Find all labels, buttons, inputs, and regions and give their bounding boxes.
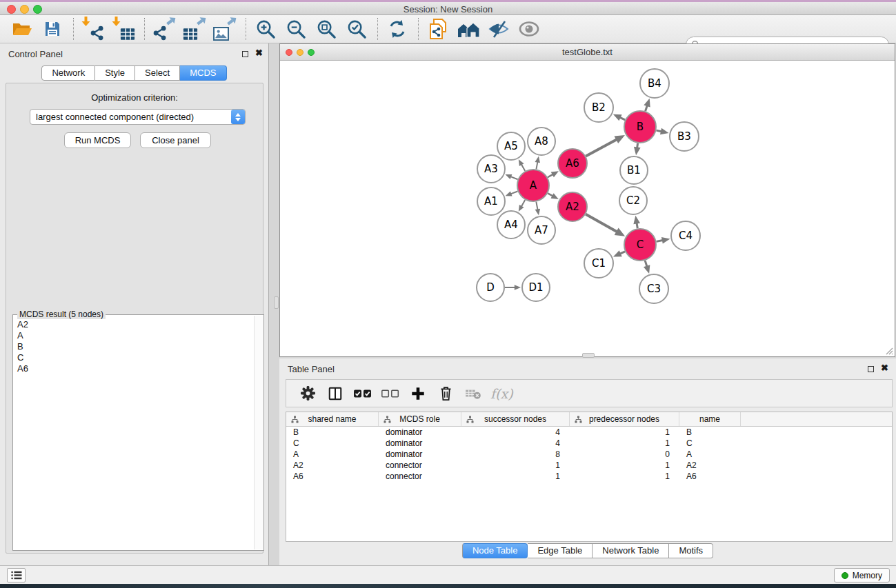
network-edge[interactable] — [536, 162, 537, 170]
cell-shared-name[interactable]: C — [286, 438, 379, 449]
export-image-icon[interactable] — [212, 17, 237, 41]
resize-grip-icon[interactable] — [885, 347, 893, 355]
run-mcds-button[interactable]: Run MCDS — [64, 132, 131, 148]
cell-mcds-role[interactable]: dominator — [379, 438, 461, 449]
column-header-predecessor-nodes[interactable]: predecessor nodes — [570, 412, 679, 426]
cell-mcds-role[interactable]: dominator — [379, 427, 461, 438]
network-edge[interactable] — [548, 193, 552, 196]
tab-node-table[interactable]: Node Table — [462, 543, 528, 558]
network-edge[interactable] — [586, 139, 617, 156]
eye-slash-icon[interactable] — [486, 17, 511, 41]
cell-name[interactable]: A2 — [679, 460, 741, 471]
result-item[interactable]: A2 — [17, 319, 250, 330]
network-edge[interactable] — [521, 200, 525, 207]
splitter-grip-horizontal[interactable] — [582, 353, 595, 358]
network-edge[interactable] — [620, 117, 626, 120]
cell-shared-name[interactable]: A2 — [286, 460, 379, 471]
close-table-panel-icon[interactable]: ✖ — [881, 363, 888, 373]
cell-predecessor-nodes[interactable]: 0 — [570, 449, 679, 460]
cell-predecessor-nodes[interactable]: 1 — [570, 427, 679, 438]
float-table-panel-icon[interactable] — [868, 366, 874, 372]
cell-predecessor-nodes[interactable]: 1 — [570, 460, 679, 471]
cell-predecessor-nodes[interactable]: 1 — [570, 471, 679, 482]
document-network-icon[interactable] — [426, 17, 450, 41]
network-edge[interactable] — [656, 130, 661, 132]
tab-select[interactable]: Select — [135, 65, 180, 81]
result-scrollbar[interactable] — [254, 316, 263, 549]
double-home-icon[interactable] — [456, 17, 481, 41]
zoom-out-icon[interactable] — [283, 17, 308, 41]
open-folder-icon[interactable] — [10, 17, 34, 41]
result-item[interactable]: A — [17, 330, 250, 341]
zoom-selected-icon[interactable] — [344, 17, 369, 41]
import-network-icon[interactable] — [81, 17, 106, 41]
save-floppy-icon[interactable] — [40, 17, 65, 41]
network-edge[interactable] — [620, 252, 625, 254]
table-row[interactable]: Cdominator41C — [286, 438, 892, 449]
column-header-name[interactable]: name — [679, 412, 741, 426]
network-edge[interactable] — [521, 164, 525, 171]
memory-button[interactable]: Memory — [834, 568, 890, 582]
network-edge[interactable] — [510, 191, 517, 194]
network-edge[interactable] — [510, 176, 518, 179]
tab-motifs[interactable]: Motifs — [669, 543, 713, 558]
network-edge[interactable] — [536, 202, 537, 210]
cell-mcds-role[interactable]: dominator — [379, 449, 461, 460]
table-row[interactable]: A2connector11A2 — [286, 460, 892, 471]
table-row[interactable]: Adominator80A — [286, 449, 892, 460]
cell-successor-nodes[interactable]: 1 — [461, 460, 570, 471]
cell-name[interactable]: A — [679, 449, 741, 460]
deselect-checkbox-icon[interactable] — [380, 383, 401, 404]
column-header-shared-name[interactable]: shared name — [286, 412, 379, 426]
close-panel-button[interactable]: Close panel — [140, 132, 211, 148]
cell-name[interactable]: B — [679, 427, 741, 438]
result-item[interactable]: B — [17, 341, 250, 352]
result-item[interactable]: C — [17, 352, 250, 363]
tab-mcds[interactable]: MCDS — [180, 65, 226, 81]
cell-shared-name[interactable]: B — [286, 427, 379, 438]
add-column-icon[interactable] — [408, 383, 428, 404]
cell-successor-nodes[interactable]: 4 — [461, 427, 570, 438]
result-item[interactable]: A6 — [17, 363, 250, 374]
network-edge[interactable] — [548, 174, 553, 177]
export-table-icon[interactable] — [182, 17, 207, 41]
task-history-button[interactable] — [7, 568, 26, 582]
cell-name[interactable]: C — [679, 438, 741, 449]
select-all-checkbox-icon[interactable] — [352, 383, 373, 404]
trash-icon[interactable] — [435, 383, 456, 404]
zoom-in-icon[interactable] — [253, 17, 278, 41]
network-edge[interactable] — [645, 261, 647, 267]
network-window-titlebar[interactable]: testGlobe.txt — [280, 44, 895, 61]
network-edge[interactable] — [637, 143, 638, 148]
gear-icon[interactable] — [297, 383, 318, 404]
import-table-icon[interactable] — [111, 17, 136, 41]
cell-name[interactable]: A6 — [679, 471, 741, 482]
network-edge[interactable] — [586, 214, 617, 232]
cell-predecessor-nodes[interactable]: 1 — [570, 438, 679, 449]
tab-edge-table[interactable]: Edge Table — [528, 543, 593, 558]
split-columns-icon[interactable] — [325, 383, 346, 404]
float-panel-icon[interactable] — [242, 51, 248, 57]
select-stepper-icon[interactable] — [231, 110, 245, 124]
cell-mcds-role[interactable]: connector — [379, 471, 461, 482]
splitter-grip-vertical[interactable] — [274, 296, 279, 309]
refresh-icon[interactable] — [385, 17, 410, 41]
cell-successor-nodes[interactable]: 8 — [461, 449, 570, 460]
cell-mcds-role[interactable]: connector — [379, 460, 461, 471]
optimization-criterion-select[interactable]: largest connected component (directed) — [30, 109, 246, 125]
app-titlebar[interactable]: Session: New Session — [0, 2, 896, 15]
table-row[interactable]: A6connector11A6 — [286, 471, 892, 482]
network-edge[interactable] — [646, 105, 648, 111]
tab-network-table[interactable]: Network Table — [593, 543, 669, 558]
network-canvas[interactable]: B4B2BB3A5A8A6A3AB1A1C2A4A7A2CC4C1C3DD1 — [280, 61, 895, 356]
cell-shared-name[interactable]: A6 — [286, 471, 379, 482]
column-header-successor-nodes[interactable]: successor nodes — [461, 412, 570, 426]
table-row[interactable]: Bdominator41B — [286, 427, 892, 438]
zoom-fit-icon[interactable] — [314, 17, 339, 41]
column-header-mcds-role[interactable]: MCDS role — [379, 412, 461, 426]
export-network-icon[interactable] — [152, 17, 177, 41]
eye-icon[interactable] — [517, 17, 541, 41]
tab-style[interactable]: Style — [95, 65, 135, 81]
cell-shared-name[interactable]: A — [286, 449, 379, 460]
cell-successor-nodes[interactable]: 4 — [461, 438, 570, 449]
